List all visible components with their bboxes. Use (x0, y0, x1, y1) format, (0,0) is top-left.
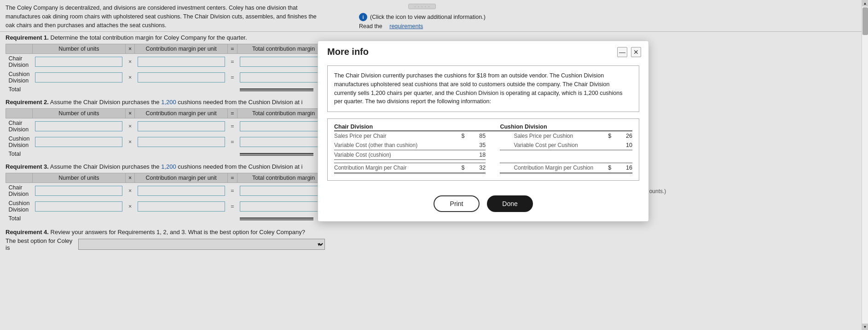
info-table-left-dollar-header (459, 124, 467, 130)
info-table-right-value-header (613, 124, 632, 130)
info-left-dollar-2 (459, 141, 467, 150)
done-button[interactable]: Done (487, 195, 533, 212)
info-left-label-2: Variable Cost (other than cushion) (334, 141, 459, 150)
info-left-label-4: Contribution Margin per Chair (334, 163, 459, 173)
modal-header: More info — ✕ (318, 41, 648, 61)
info-row-4: Contribution Margin per Chair $ 32 Contr… (334, 163, 632, 173)
info-table-right-header: Cushion Division (500, 124, 605, 130)
modal-title: More info (327, 47, 369, 57)
info-right-dollar-2 (606, 141, 613, 150)
modal-close-button[interactable]: ✕ (631, 47, 641, 57)
modal-dialog: More info — ✕ The Chair Division current… (318, 41, 649, 222)
info-row-2: Variable Cost (other than cushion) 35 Va… (334, 141, 632, 150)
scroll-down-arrow[interactable]: ▼ (862, 324, 868, 330)
cushion-division-header: Cushion Division (500, 124, 547, 130)
info-right-dollar-3 (606, 150, 613, 160)
info-spacer-3 (486, 150, 500, 160)
info-right-label-2: Variable Cost per Cushion (500, 141, 605, 150)
info-right-value-1: 26 (613, 131, 632, 141)
info-left-value-1: 85 (467, 131, 486, 141)
scroll-up-arrow[interactable]: ▲ (862, 0, 868, 6)
info-spacer-1 (486, 131, 500, 141)
info-left-value-2: 35 (467, 141, 486, 150)
modal-body: The Chair Division currently purchases t… (318, 61, 648, 188)
info-spacer-4 (486, 163, 500, 173)
modal-footer: Print Done (318, 188, 648, 221)
info-right-value-3 (613, 150, 632, 160)
scroll-thumb[interactable] (862, 7, 868, 35)
chair-division-header: Chair Division (334, 124, 373, 130)
info-row-3: Variable Cost (cushion) 18 (334, 150, 632, 160)
info-right-label-4: Contribution Margin per Cushion (500, 163, 605, 173)
info-table: Chair Division Cushion Division (334, 124, 632, 174)
info-right-dollar-1: $ (606, 131, 613, 141)
modal-description: The Chair Division currently purchases t… (327, 65, 639, 112)
info-table-left-value-header (467, 124, 486, 130)
info-spacer-2 (486, 141, 500, 150)
info-table-right-dollar-header (606, 124, 613, 130)
info-table-container: Chair Division Cushion Division (327, 118, 639, 181)
modal-controls: — ✕ (617, 47, 641, 57)
info-table-left-header: Chair Division (334, 124, 459, 130)
scrollbar-right: ▲ ▼ (862, 0, 868, 330)
info-spacer-row (334, 160, 632, 163)
print-button[interactable]: Print (434, 195, 480, 212)
info-spacer-cell (334, 160, 632, 163)
info-right-dollar-4: $ (606, 163, 613, 173)
modal-minimize-button[interactable]: — (617, 47, 627, 57)
info-left-label-1: Sales Price per Chair (334, 131, 459, 141)
info-left-dollar-1: $ (459, 131, 467, 141)
info-table-spacer (486, 124, 500, 130)
info-left-dollar-4: $ (459, 163, 467, 173)
info-right-value-4: 16 (613, 163, 632, 173)
info-right-label-1: Sales Price per Cushion (500, 131, 605, 141)
info-left-value-3: 18 (467, 150, 486, 160)
info-left-value-4: 32 (467, 163, 486, 173)
info-row-1: Sales Price per Chair $ 85 Sales Price p… (334, 131, 632, 141)
info-right-label-3 (500, 150, 605, 160)
info-right-value-2: 10 (613, 141, 632, 150)
info-left-label-3: Variable Cost (cushion) (334, 150, 459, 160)
info-left-dollar-3 (459, 150, 467, 160)
